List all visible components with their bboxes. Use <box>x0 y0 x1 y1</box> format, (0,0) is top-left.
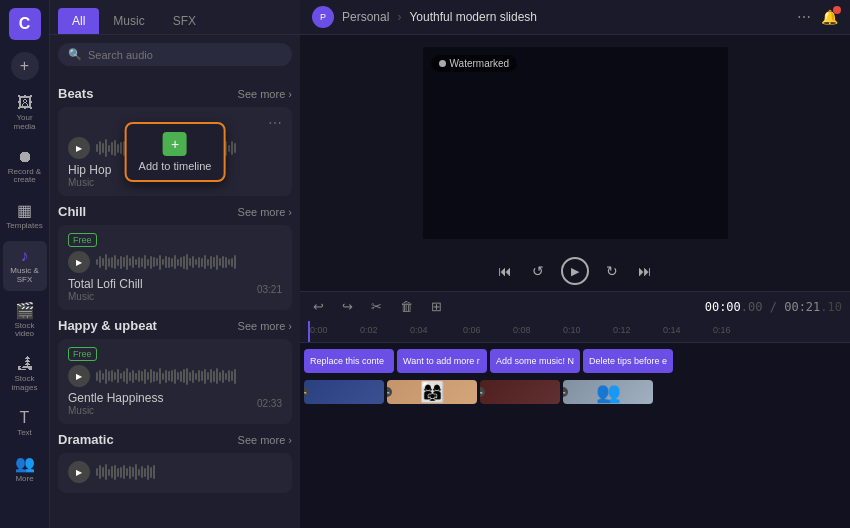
forward-button[interactable]: ↻ <box>603 260 621 282</box>
ruler-mark-3: 0:06 <box>463 325 481 335</box>
sidebar-item-record[interactable]: ⏺ Record & create <box>3 142 47 192</box>
breadcrumb-project: Personal <box>342 10 389 24</box>
img-clip-0[interactable]: ✂ <box>304 380 384 404</box>
ruler-mark-7: 0:14 <box>663 325 681 335</box>
sidebar-label-stock-images: Stock images <box>7 375 43 393</box>
templates-icon: ▦ <box>17 201 32 220</box>
happy-section-header: Happy & upbeat See more › <box>58 318 292 333</box>
sidebar-label-more: More <box>15 475 33 484</box>
more-icon: 👥 <box>15 454 35 473</box>
img-clip-1[interactable]: ✂ 👩‍👩‍👧 <box>387 380 477 404</box>
lofi-waveform: ▶ <box>68 251 282 273</box>
lofi-play-button[interactable]: ▶ <box>68 251 90 273</box>
more-tools-button[interactable]: ⊞ <box>426 296 447 317</box>
audio-item-dramatic[interactable]: ▶ <box>58 453 292 493</box>
img-clip-2[interactable]: ✂ <box>480 380 560 404</box>
search-icon: 🔍 <box>68 48 82 61</box>
ruler-mark-5: 0:10 <box>563 325 581 335</box>
hiphop-name: Hip Hop <box>68 163 111 177</box>
dramatic-play-button[interactable]: ▶ <box>68 461 90 483</box>
more-options-icon[interactable]: ⋯ <box>797 9 811 25</box>
audio-panel: All Music SFX 🔍 Beats See more › ⋯ ▶ <box>50 0 300 528</box>
timeline-time: 00:00.00 / 00:21.10 <box>705 300 842 314</box>
lofi-footer: Total Lofi Chill Music 03:21 <box>68 277 282 302</box>
tab-music[interactable]: Music <box>99 8 158 34</box>
sidebar-item-text[interactable]: T Text <box>3 403 47 444</box>
hiphop-type: Music <box>68 177 111 188</box>
tab-all[interactable]: All <box>58 8 99 34</box>
text-clip-2[interactable]: Add some music! N <box>490 349 580 373</box>
img-clip-3[interactable]: ✂ 👥 <box>563 380 653 404</box>
text-clip-1[interactable]: Want to add more r <box>397 349 487 373</box>
media-icon: 🖼 <box>17 94 33 112</box>
audio-item-lofi[interactable]: Free ▶ <box>58 225 292 310</box>
stock-video-icon: 🎬 <box>15 301 35 320</box>
delete-button[interactable]: 🗑 <box>395 296 418 317</box>
sidebar-item-templates[interactable]: ▦ Templates <box>3 195 47 237</box>
hiphop-play-button[interactable]: ▶ <box>68 137 90 159</box>
text-icon: T <box>20 409 30 427</box>
chill-see-more[interactable]: See more › <box>238 206 292 218</box>
gentle-play-button[interactable]: ▶ <box>68 365 90 387</box>
cut-button[interactable]: ✂ <box>366 296 387 317</box>
sidebar-label-stock-video: Stock video <box>7 322 43 340</box>
chill-title: Chill <box>58 204 86 219</box>
search-bar[interactable]: 🔍 <box>58 43 292 66</box>
sidebar-item-stock-images[interactable]: 🏞 Stock images <box>3 349 47 399</box>
stock-images-icon: 🏞 <box>17 355 33 373</box>
beats-section-header: Beats See more › <box>58 86 292 101</box>
main-content: P Personal › Youthful modern slidesh ⋯ 🔔… <box>300 0 850 528</box>
timeline-area: 0:00 0:02 0:04 0:06 0:08 0:10 0:12 0:14 … <box>300 321 850 528</box>
beats-see-more[interactable]: See more › <box>238 88 292 100</box>
watermark-badge: Watermarked <box>431 55 518 72</box>
text-clip-0[interactable]: Replace this conte <box>304 349 394 373</box>
gentle-name: Gentle Happiness <box>68 391 163 405</box>
text-clip-3[interactable]: Delete tips before e <box>583 349 673 373</box>
tab-sfx[interactable]: SFX <box>159 8 210 34</box>
img-clips-row: ✂ ✂ 👩‍👩‍👧 ✂ ✂ <box>304 378 846 406</box>
tooltip-plus-icon[interactable]: + <box>163 132 187 156</box>
ruler-mark-1: 0:02 <box>360 325 378 335</box>
sidebar-item-your-media[interactable]: 🖼 Your media <box>3 88 47 138</box>
sidebar-item-music-sfx[interactable]: ♪ Music & SFX <box>3 241 47 291</box>
search-input[interactable] <box>88 49 282 61</box>
happy-title: Happy & upbeat <box>58 318 157 333</box>
audio-item-gentle[interactable]: Free ▶ <box>58 339 292 424</box>
add-button[interactable]: + <box>11 52 39 80</box>
timeline-tracks: Replace this conte Want to add more r Ad… <box>300 343 850 413</box>
ruler-mark-6: 0:12 <box>613 325 631 335</box>
timeline-ruler: 0:00 0:02 0:04 0:06 0:08 0:10 0:12 0:14 … <box>300 321 850 343</box>
skip-forward-button[interactable]: ⏭ <box>635 260 655 282</box>
dramatic-waveform-bars <box>96 462 282 482</box>
gentle-footer: Gentle Happiness Music 02:33 <box>68 391 282 416</box>
hiphop-more-dots[interactable]: ⋯ <box>268 115 282 131</box>
ruler-mark-0: 0:00 <box>310 325 328 335</box>
notification-icon[interactable]: 🔔 <box>821 9 838 25</box>
project-title: Youthful modern slidesh <box>409 10 537 24</box>
sidebar-label-music-sfx: Music & SFX <box>7 267 43 285</box>
img-clip-0-thumb <box>304 380 384 404</box>
happy-see-more[interactable]: See more › <box>238 320 292 332</box>
play-pause-button[interactable]: ▶ <box>561 257 589 285</box>
redo-button[interactable]: ↪ <box>337 296 358 317</box>
sidebar-label-your-media: Your media <box>7 114 43 132</box>
ruler-mark-4: 0:08 <box>513 325 531 335</box>
sidebar-item-more[interactable]: 👥 More <box>3 448 47 490</box>
audio-item-hiphop[interactable]: ⋯ ▶ <box>58 107 292 196</box>
rewind-button[interactable]: ↺ <box>529 260 547 282</box>
sidebar-label-record: Record & create <box>7 168 43 186</box>
lofi-duration: 03:21 <box>257 284 282 295</box>
gentle-free-badge: Free <box>68 347 97 361</box>
sidebar-item-stock-video[interactable]: 🎬 Stock video <box>3 295 47 346</box>
dramatic-see-more[interactable]: See more › <box>238 434 292 446</box>
total-time: 00:21.10 <box>784 300 842 314</box>
lofi-name: Total Lofi Chill <box>68 277 143 291</box>
top-bar-icons: ⋯ 🔔 <box>797 9 838 25</box>
playback-controls: ⏮ ↺ ▶ ↻ ⏭ <box>300 251 850 291</box>
undo-button[interactable]: ↩ <box>308 296 329 317</box>
gentle-duration: 02:33 <box>257 398 282 409</box>
skip-back-button[interactable]: ⏮ <box>495 260 515 282</box>
img-clip-3-thumb: 👥 <box>563 380 653 404</box>
top-bar: P Personal › Youthful modern slidesh ⋯ 🔔 <box>300 0 850 35</box>
sidebar-label-text: Text <box>17 429 32 438</box>
